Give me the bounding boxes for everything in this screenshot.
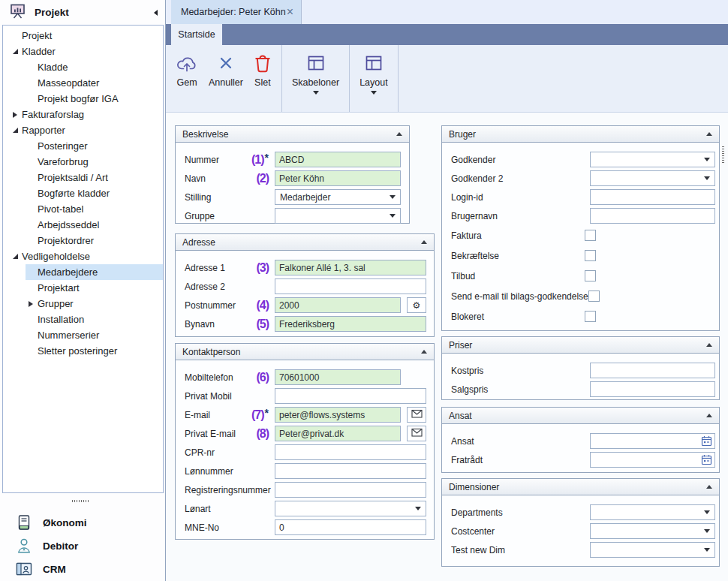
navn-input[interactable] (275, 170, 401, 186)
collapse-section-icon[interactable] (706, 485, 712, 489)
fratraadt-date-input[interactable] (590, 452, 715, 468)
test-new-dim-combo[interactable] (590, 542, 715, 558)
sidebar-item-projektordrer[interactable]: Projektordrer (3, 233, 163, 248)
sidebar-item-vareforbrug[interactable]: Vareforbrug (3, 154, 163, 170)
sidebar-header: Projekt (0, 0, 165, 25)
tab-startside[interactable]: Startside (171, 24, 222, 45)
collapse-section-icon[interactable] (706, 414, 712, 417)
field-label: MNE-No (185, 522, 275, 533)
salgspris-input[interactable] (590, 381, 715, 397)
sidebar-item-projekt-bogfor-iga[interactable]: Projekt bogfør IGA (3, 91, 163, 107)
adresse1-input[interactable] (275, 260, 426, 275)
sidebar-item-debitor[interactable]: Debitor (0, 534, 165, 557)
section-header-bruger[interactable]: Bruger (442, 126, 719, 143)
section-header-priser[interactable]: Priser (442, 337, 719, 354)
close-icon[interactable]: × (287, 6, 293, 18)
field-row-brugernavn: Brugernavn (442, 206, 719, 225)
stilling-combo[interactable]: Medarbejder (275, 189, 401, 205)
send-email-godkendelse-checkbox[interactable] (588, 290, 600, 302)
tree-item-label: Grupper (38, 298, 74, 309)
lonnummer-input[interactable] (275, 463, 426, 479)
splitter-handle[interactable] (722, 146, 724, 163)
blokeret-checkbox[interactable] (585, 311, 596, 322)
sidebar-item-masseopdater[interactable]: Masseopdater (3, 75, 163, 91)
send-privat-email-button[interactable] (407, 426, 426, 441)
mobiltelefon-input[interactable] (275, 369, 401, 385)
privat-mobil-input[interactable] (275, 388, 426, 404)
sidebar-item-kladde[interactable]: Kladde (3, 59, 163, 75)
section-header-ansat[interactable]: Ansat (442, 408, 719, 424)
gruppe-combo[interactable] (275, 208, 401, 224)
slet-button[interactable]: Slet (248, 45, 277, 112)
postnummer-lookup-button[interactable]: ⚙ (407, 297, 426, 313)
section-header-dimensioner[interactable]: Dimensioner (442, 479, 719, 495)
sidebar-item-kladder[interactable]: Kladder (3, 44, 163, 59)
godkender-combo[interactable] (590, 152, 715, 167)
collapse-sidebar-icon[interactable] (154, 10, 158, 16)
sidebar-item-posteringer[interactable]: Posteringer (3, 138, 163, 154)
collapsed-arrow-icon[interactable] (29, 301, 33, 307)
expanded-arrow-icon[interactable] (13, 128, 18, 133)
sidebar-item-fakturaforslag[interactable]: Fakturaforslag (3, 107, 163, 122)
document-tab[interactable]: Medarbejder: Peter Köhn × (171, 0, 302, 24)
tree-item-label: Vedligeholdelse (22, 251, 90, 262)
collapse-section-icon[interactable] (706, 132, 712, 136)
ansat-date-input[interactable] (590, 433, 715, 449)
gem-button[interactable]: Gem (170, 45, 203, 112)
sidebar-item-installation[interactable]: Installation (3, 312, 163, 327)
costcenter-combo[interactable] (590, 523, 715, 539)
layout-button[interactable]: Layout (354, 45, 393, 112)
send-email-button[interactable] (407, 407, 426, 423)
expanded-arrow-icon[interactable] (13, 49, 18, 54)
cpr-input[interactable] (275, 444, 426, 460)
section-header-beskrivelse[interactable]: Beskrivelse (176, 126, 409, 143)
registreringsnummer-input[interactable] (275, 482, 426, 498)
sidebar-item-bogforte-kladder[interactable]: Bogførte kladder (3, 185, 163, 201)
sidebar-item-medarbejdere[interactable]: Medarbejdere (3, 264, 163, 280)
postnummer-input[interactable] (275, 297, 401, 313)
sidebar-item-projektart[interactable]: Projektart (3, 280, 163, 296)
sidebar-item-okonomi[interactable]: Økonomi (0, 511, 165, 534)
collapse-section-icon[interactable] (396, 132, 402, 136)
faktura-checkbox[interactable] (585, 230, 596, 241)
sidebar-item-sletter-posteringer[interactable]: Sletter posteringer (3, 343, 163, 359)
collapse-section-icon[interactable] (421, 240, 427, 244)
collapse-section-icon[interactable] (706, 343, 712, 347)
tree-item-label: Nummerserier (38, 330, 99, 341)
document-tabstrip: Medarbejder: Peter Köhn × (166, 0, 728, 24)
sidebar-item-rapporter[interactable]: Rapporter (3, 122, 163, 138)
adresse2-input[interactable] (275, 278, 426, 294)
splitter-handle[interactable] (72, 500, 89, 502)
kostpris-input[interactable] (590, 363, 715, 378)
sidebar-item-grupper[interactable]: Grupper (3, 296, 163, 312)
sidebar-item-pivot-tabel[interactable]: Pivot-tabel (3, 201, 163, 217)
bynavn-input[interactable] (275, 316, 426, 332)
lonart-combo[interactable] (275, 501, 426, 516)
expanded-arrow-icon[interactable] (13, 254, 18, 259)
collapsed-arrow-icon[interactable] (13, 112, 17, 118)
tilbud-checkbox[interactable] (585, 270, 596, 281)
sidebar-item-crm[interactable]: CRM (0, 558, 165, 580)
brugernavn-input[interactable] (590, 208, 715, 224)
login-id-input[interactable] (590, 189, 715, 205)
departments-combo[interactable] (590, 504, 715, 520)
collapse-section-icon[interactable] (421, 350, 427, 354)
chevron-down-icon (704, 158, 710, 161)
godkender2-combo[interactable] (590, 170, 715, 186)
sidebar-item-arbejdsseddel[interactable]: Arbejdsseddel (3, 217, 163, 233)
field-row-godkender2: Godkender 2 (442, 169, 719, 188)
annuller-button[interactable]: Annuller (203, 45, 248, 112)
sidebar-item-nummerserier[interactable]: Nummerserier (3, 327, 163, 343)
mne-input[interactable] (275, 519, 426, 535)
section-header-kontaktperson[interactable]: Kontaktperson (176, 344, 434, 360)
sidebar-item-projekt[interactable]: Projekt (3, 28, 163, 44)
bekraeftelse-checkbox[interactable] (585, 250, 596, 261)
skabeloner-button[interactable]: Skabeloner (287, 45, 344, 112)
section-title: Beskrivelse (182, 129, 228, 140)
sidebar-item-projektsaldi-art[interactable]: Projektsaldi / Art (3, 170, 163, 185)
nummer-input[interactable] (275, 152, 401, 167)
privat-email-input[interactable] (275, 426, 401, 441)
email-input[interactable] (275, 407, 401, 423)
section-header-adresse[interactable]: Adresse (176, 234, 434, 251)
sidebar-item-vedligeholdelse[interactable]: Vedligeholdelse (3, 248, 163, 264)
